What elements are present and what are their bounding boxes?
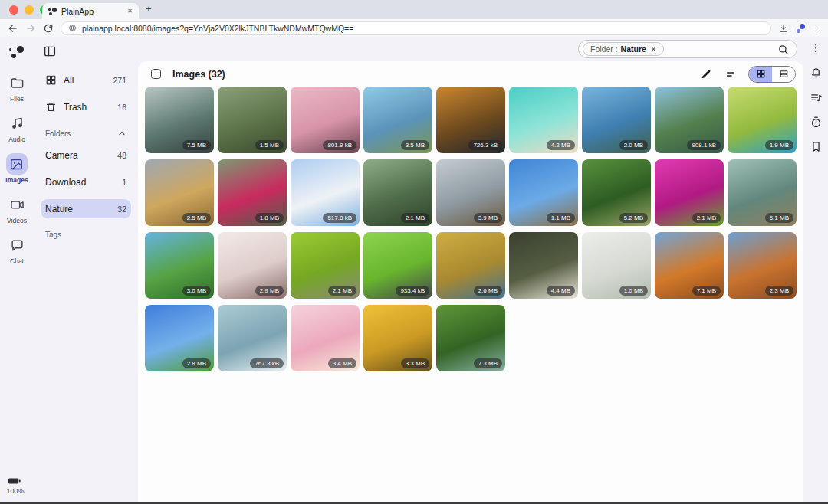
play-queue-icon[interactable] bbox=[810, 91, 823, 104]
image-thumbnail-canyon-waterfall[interactable]: 1.5 MB bbox=[218, 87, 287, 153]
image-thumbnail-butterflies-green[interactable]: 933.4 kB bbox=[363, 232, 432, 299]
file-size-badge: 2.9 MB bbox=[255, 286, 284, 296]
grid-view-icon bbox=[756, 69, 766, 79]
browser-tab[interactable]: PlainApp ✕ bbox=[42, 3, 139, 19]
image-thumbnail-pink-water-lily[interactable]: 1.8 MB bbox=[218, 159, 287, 226]
select-all-checkbox[interactable] bbox=[151, 69, 161, 79]
close-tab-icon[interactable]: ✕ bbox=[127, 8, 133, 15]
image-thumbnail-white-roses-dark[interactable]: 4.4 MB bbox=[509, 232, 578, 299]
search-icon[interactable] bbox=[777, 44, 789, 55]
browser-toolbar: plainapp.local:8080/images?q=YnVja2V0X2l… bbox=[0, 19, 828, 37]
sidebar-item-label: All bbox=[64, 75, 113, 86]
image-thumbnail-autumn-valley-reflection[interactable]: 726.3 kB bbox=[436, 87, 505, 153]
file-size-badge: 3.9 MB bbox=[474, 213, 502, 223]
image-thumbnail-rocky-stream[interactable]: 5.1 MB bbox=[728, 159, 797, 226]
battery-status: 100% bbox=[6, 476, 24, 495]
minimize-window-button[interactable] bbox=[25, 5, 34, 15]
image-thumbnail-green-meadow-sky[interactable]: 2.8 MB bbox=[145, 305, 214, 371]
image-thumbnail-autumn-canal[interactable]: 7.1 MB bbox=[655, 232, 724, 299]
remove-filter-icon[interactable]: ✕ bbox=[651, 46, 656, 53]
image-thumbnail-snowy-mountain-ridge[interactable]: 767.3 kB bbox=[218, 305, 287, 371]
nav-item-images[interactable]: Images bbox=[5, 153, 28, 184]
image-thumbnail-backlit-magnolia-pink[interactable]: 3.4 MB bbox=[291, 305, 360, 371]
sidebar-toggle-icon[interactable] bbox=[43, 44, 57, 58]
browser-menu-icon[interactable]: ⋮ bbox=[812, 24, 820, 32]
chevron-up-icon[interactable] bbox=[117, 129, 127, 138]
sidebar-item-nature[interactable]: Nature 32 bbox=[41, 199, 131, 218]
bookmark-icon[interactable] bbox=[810, 140, 823, 153]
image-thumbnail-white-magnolia[interactable]: 2.9 MB bbox=[218, 232, 287, 299]
nav-item-label: Videos bbox=[7, 217, 27, 224]
tab-title: PlainApp bbox=[61, 7, 123, 16]
sidebar-item-trash[interactable]: Trash 16 bbox=[41, 97, 131, 116]
main-column: Folder : Nature ✕ Images (32) bbox=[138, 37, 803, 502]
image-thumbnail-giraffes-savanna[interactable]: 2.5 MB bbox=[145, 159, 214, 226]
screen: PlainApp ✕ + plainapp.local:8080/images?… bbox=[0, 0, 828, 504]
image-icon bbox=[9, 157, 24, 172]
right-rail: ⋮ bbox=[803, 37, 828, 502]
image-thumbnail-turquoise-beach-aerial[interactable]: 4.2 MB bbox=[509, 87, 578, 153]
list-view-icon bbox=[779, 69, 789, 79]
sidebar-item-label: Camera bbox=[45, 150, 117, 161]
refresh-icon[interactable] bbox=[43, 23, 54, 34]
image-thumbnail-winding-river-fields[interactable]: 2.6 MB bbox=[436, 232, 505, 299]
file-size-badge: 4.4 MB bbox=[547, 286, 575, 296]
grid-view-button[interactable] bbox=[749, 67, 772, 82]
site-info-icon[interactable] bbox=[68, 24, 77, 32]
download-icon[interactable] bbox=[778, 23, 789, 34]
notifications-bell-icon[interactable] bbox=[810, 67, 823, 80]
video-camera-icon bbox=[10, 198, 25, 212]
file-size-badge: 3.0 MB bbox=[182, 286, 211, 296]
image-thumbnail-bird-at-stone-bath[interactable]: 2.1 MB bbox=[291, 232, 360, 299]
image-thumbnail-soft-white-flowers[interactable]: 1.0 MB bbox=[582, 232, 651, 299]
image-thumbnail-magenta-petunias[interactable]: 2.1 MB bbox=[655, 159, 724, 226]
image-thumbnail-forest-stream[interactable]: 7.3 MB bbox=[436, 305, 505, 371]
sidebar-item-count: 16 bbox=[117, 103, 127, 112]
page-menu-icon[interactable]: ⋮ bbox=[811, 43, 821, 53]
image-thumbnail-sunflower-closeup[interactable]: 3.3 MB bbox=[363, 305, 432, 371]
file-size-badge: 7.5 MB bbox=[182, 140, 211, 150]
image-thumbnail-green-valley-pond[interactable]: 2.1 MB bbox=[363, 159, 432, 226]
image-thumbnail-coastal-bay[interactable]: 3.5 MB bbox=[363, 87, 432, 153]
timer-icon[interactable] bbox=[810, 116, 823, 129]
nav-item-videos[interactable]: Videos bbox=[6, 194, 28, 224]
file-size-badge: 2.1 MB bbox=[401, 213, 429, 223]
image-thumbnail-pink-cherry-blossoms[interactable]: 801.9 kB bbox=[291, 87, 360, 153]
list-view-button[interactable] bbox=[772, 67, 795, 82]
page-title: Images (32) bbox=[172, 69, 225, 80]
favicon bbox=[48, 7, 57, 15]
grid-icon bbox=[45, 74, 57, 86]
image-thumbnail-sea-peninsula-aerial[interactable]: 2.0 MB bbox=[582, 87, 651, 153]
search-input[interactable]: Folder : Nature ✕ bbox=[578, 40, 797, 58]
url-text[interactable]: plainapp.local:8080/images?q=YnVja2V0X2l… bbox=[82, 24, 353, 33]
back-icon[interactable] bbox=[8, 23, 18, 34]
extension-icon[interactable] bbox=[796, 24, 805, 33]
close-window-button[interactable] bbox=[9, 5, 18, 15]
sidebar-item-count: 48 bbox=[117, 151, 127, 160]
file-size-badge: 2.5 MB bbox=[182, 213, 211, 223]
image-thumbnail-lone-tree-blue-sky[interactable]: 1.1 MB bbox=[509, 159, 578, 226]
image-thumbnail-park-path-stairs[interactable]: 5.2 MB bbox=[582, 159, 651, 226]
sort-icon[interactable] bbox=[725, 68, 738, 80]
url-bar[interactable]: plainapp.local:8080/images?q=YnVja2V0X2l… bbox=[61, 21, 771, 35]
image-thumbnail-snowy-waterfall-cliff[interactable]: 3.9 MB bbox=[436, 159, 505, 226]
edit-icon[interactable] bbox=[700, 68, 712, 80]
new-tab-button[interactable]: + bbox=[146, 3, 152, 15]
nav-item-chat[interactable]: Chat bbox=[6, 234, 28, 265]
sidebar-item-camera[interactable]: Camera 48 bbox=[41, 146, 131, 165]
filter-chip-folder[interactable]: Folder : Nature ✕ bbox=[583, 42, 664, 56]
sidebar-item-all[interactable]: All 271 bbox=[41, 70, 131, 90]
image-thumbnail-river-canyon-green[interactable]: 908.1 kB bbox=[655, 87, 724, 153]
image-thumbnail-autumn-canal-mirror[interactable]: 2.3 MB bbox=[728, 232, 797, 299]
file-size-badge: 933.4 kB bbox=[396, 286, 429, 296]
nav-item-audio[interactable]: Audio bbox=[6, 113, 28, 143]
image-thumbnail-white-blossoms-sky[interactable]: 517.8 kB bbox=[291, 159, 360, 226]
image-thumbnail-kingfisher-birds-branch[interactable]: 1.9 MB bbox=[728, 87, 797, 153]
content-panel: Images (32) 7.5 MB1.5 MB801.9 kB3.5 MB72… bbox=[138, 61, 803, 502]
image-thumbnail-tea-plantation-hills[interactable]: 3.0 MB bbox=[145, 232, 214, 299]
nav-item-files[interactable]: Files bbox=[6, 72, 28, 103]
sidebar-item-download[interactable]: Download 1 bbox=[41, 172, 131, 191]
image-thumbnail-mountain-lake-rocks[interactable]: 7.5 MB bbox=[145, 87, 214, 153]
tags-section-header[interactable]: Tags bbox=[41, 231, 131, 239]
folders-section-header[interactable]: Folders bbox=[41, 129, 131, 138]
